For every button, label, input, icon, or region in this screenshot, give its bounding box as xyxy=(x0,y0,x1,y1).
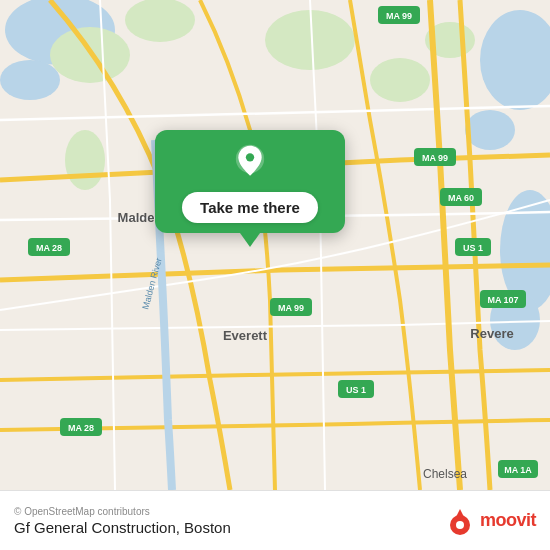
svg-point-9 xyxy=(65,130,105,190)
svg-point-43 xyxy=(456,521,464,529)
svg-point-4 xyxy=(465,110,515,150)
moovit-brand-label: moovit xyxy=(480,510,536,531)
svg-text:Revere: Revere xyxy=(470,326,513,341)
svg-text:MA 107: MA 107 xyxy=(487,295,518,305)
svg-text:Everett: Everett xyxy=(223,328,268,343)
osm-attribution: © OpenStreetMap contributors xyxy=(14,506,231,517)
take-me-there-button[interactable]: Take me there xyxy=(182,192,318,223)
svg-text:MA 99: MA 99 xyxy=(278,303,304,313)
svg-text:US 1: US 1 xyxy=(463,243,483,253)
svg-text:MA 1A: MA 1A xyxy=(504,465,532,475)
svg-text:MA 28: MA 28 xyxy=(36,243,62,253)
svg-text:MA 60: MA 60 xyxy=(448,193,474,203)
svg-text:MA 99: MA 99 xyxy=(386,11,412,21)
svg-text:MA 28: MA 28 xyxy=(68,423,94,433)
footer-info: © OpenStreetMap contributors Gf General … xyxy=(14,506,231,536)
location-pin-icon xyxy=(230,144,270,184)
svg-point-2 xyxy=(0,60,60,100)
footer-bar: © OpenStreetMap contributors Gf General … xyxy=(0,490,550,550)
svg-point-40 xyxy=(246,153,254,161)
svg-text:Chelsea: Chelsea xyxy=(423,467,467,481)
svg-point-11 xyxy=(370,58,430,102)
map-view: MA 99 MA 99 MA 99 MA 60 MA 28 MA 28 US 1… xyxy=(0,0,550,490)
svg-text:MA 99: MA 99 xyxy=(422,153,448,163)
map-background: MA 99 MA 99 MA 99 MA 60 MA 28 MA 28 US 1… xyxy=(0,0,550,490)
svg-point-8 xyxy=(125,0,195,42)
svg-text:US 1: US 1 xyxy=(346,385,366,395)
svg-marker-42 xyxy=(454,509,466,521)
location-title: Gf General Construction, Boston xyxy=(14,519,231,536)
moovit-icon xyxy=(444,505,476,537)
location-popup: Take me there xyxy=(155,130,345,233)
moovit-logo[interactable]: moovit xyxy=(444,505,536,537)
